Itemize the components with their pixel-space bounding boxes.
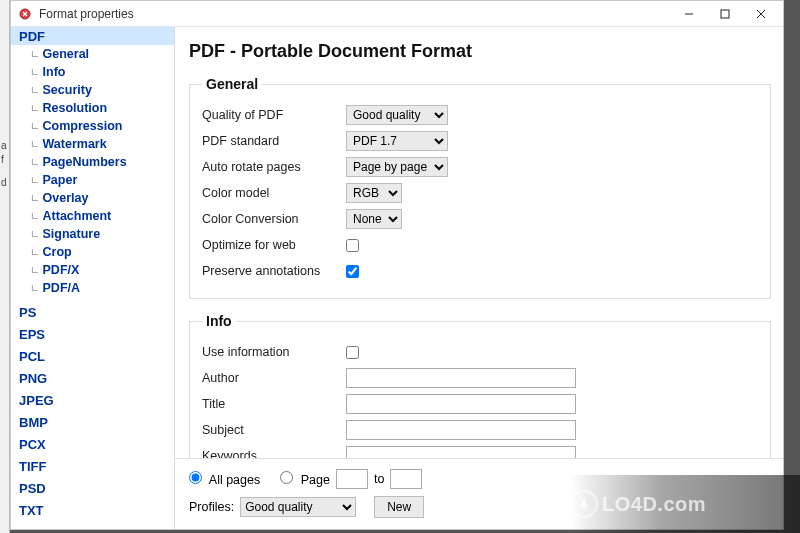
preserve-label: Preserve annotations [202,264,346,278]
keywords-input[interactable] [346,446,576,458]
group-info-legend: Info [202,313,236,329]
minimize-button[interactable] [671,2,707,26]
sidebar-item-crop[interactable]: ∟Crop [11,243,174,261]
author-input[interactable] [346,368,576,388]
preserve-checkbox[interactable] [346,265,359,278]
quality-label: Quality of PDF [202,108,346,122]
author-label: Author [202,371,346,385]
sidebar-item-compression[interactable]: ∟Compression [11,117,174,135]
autorotate-select[interactable]: Page by page [346,157,448,177]
sidebar-item-bmp[interactable]: BMP [11,413,174,431]
profiles-select[interactable]: Good quality [240,497,356,517]
page-title: PDF - Portable Document Format [189,41,771,62]
autorotate-label: Auto rotate pages [202,160,346,174]
allpages-radio[interactable] [189,471,202,484]
quality-select[interactable]: Good quality [346,105,448,125]
sidebar-item-png[interactable]: PNG [11,369,174,387]
window-title: Format properties [39,7,671,21]
page-from-input[interactable] [336,469,368,489]
format-properties-window: Format properties PDF∟General∟Info∟Secur… [10,0,784,530]
close-button[interactable] [743,2,779,26]
title-input[interactable] [346,394,576,414]
sidebar-item-pcx[interactable]: PCX [11,435,174,453]
sidebar-item-resolution[interactable]: ∟Resolution [11,99,174,117]
standard-select[interactable]: PDF 1.7 [346,131,448,151]
window-body: PDF∟General∟Info∟Security∟Resolution∟Com… [11,27,783,529]
colormodel-label: Color model [202,186,346,200]
sidebar: PDF∟General∟Info∟Security∟Resolution∟Com… [11,27,175,529]
main-panel: PDF - Portable Document Format General Q… [175,27,783,529]
group-info: Info Use information Author Title S [189,313,771,458]
sidebar-item-pdf-a[interactable]: ∟PDF/A [11,279,174,297]
sidebar-item-security[interactable]: ∟Security [11,81,174,99]
subject-input[interactable] [346,420,576,440]
titlebar: Format properties [11,1,783,27]
sidebar-item-eps[interactable]: EPS [11,325,174,343]
app-icon [17,6,33,22]
sidebar-item-attachment[interactable]: ∟Attachment [11,207,174,225]
standard-label: PDF standard [202,134,346,148]
main-scroll[interactable]: PDF - Portable Document Format General Q… [175,27,783,458]
svg-rect-1 [721,10,729,18]
keywords-label: Keywords [202,449,346,458]
allpages-radio-label[interactable]: All pages [189,471,260,487]
colorconv-label: Color Conversion [202,212,346,226]
sidebar-item-txt[interactable]: TXT [11,501,174,519]
group-general: General Quality of PDF Good quality PDF … [189,76,771,299]
profiles-label: Profiles: [189,500,234,514]
optimize-label: Optimize for web [202,238,346,252]
sidebar-item-signature[interactable]: ∟Signature [11,225,174,243]
title-label: Title [202,397,346,411]
useinfo-label: Use information [202,345,346,359]
colorconv-select[interactable]: None [346,209,402,229]
maximize-button[interactable] [707,2,743,26]
sidebar-item-info[interactable]: ∟Info [11,63,174,81]
sidebar-item-pdf[interactable]: PDF [11,27,174,45]
sidebar-item-watermark[interactable]: ∟Watermark [11,135,174,153]
page-radio[interactable] [280,471,293,484]
group-general-legend: General [202,76,262,92]
useinfo-checkbox[interactable] [346,346,359,359]
subject-label: Subject [202,423,346,437]
sidebar-item-pagenumbers[interactable]: ∟PageNumbers [11,153,174,171]
sidebar-item-overlay[interactable]: ∟Overlay [11,189,174,207]
colormodel-select[interactable]: RGB [346,183,402,203]
sidebar-item-psd[interactable]: PSD [11,479,174,497]
sidebar-item-paper[interactable]: ∟Paper [11,171,174,189]
sidebar-item-pdf-x[interactable]: ∟PDF/X [11,261,174,279]
new-profile-button[interactable]: New [374,496,424,518]
page-to-input[interactable] [390,469,422,489]
background-window-edge: a f d [0,0,10,533]
sidebar-item-pcl[interactable]: PCL [11,347,174,365]
sidebar-item-jpeg[interactable]: JPEG [11,391,174,409]
sidebar-item-general[interactable]: ∟General [11,45,174,63]
sidebar-item-ps[interactable]: PS [11,303,174,321]
optimize-checkbox[interactable] [346,239,359,252]
sidebar-item-tiff[interactable]: TIFF [11,457,174,475]
page-radio-label[interactable]: Page [280,471,330,487]
bottom-bar: All pages Page to Profiles: Good quality [175,458,783,529]
to-label: to [374,472,384,486]
